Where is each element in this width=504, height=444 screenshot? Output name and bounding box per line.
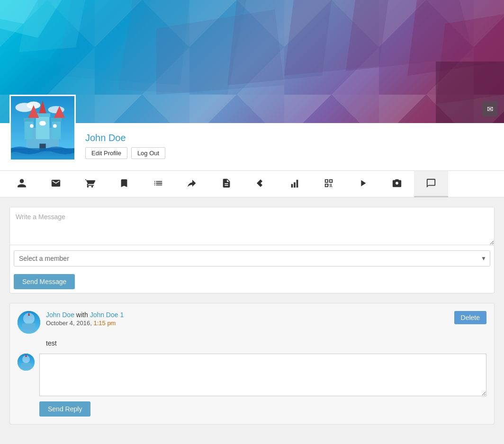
send-message-button[interactable]: Send Message: [14, 274, 75, 289]
thread-date: October 4, 2016,: [46, 320, 92, 327]
edit-profile-button[interactable]: Edit Profile: [85, 147, 127, 159]
nav-bar: [0, 171, 504, 197]
nav-document[interactable]: [209, 171, 243, 197]
svg-rect-24: [51, 118, 62, 122]
member-select-wrapper: Select a member ▼: [14, 250, 490, 266]
delete-button[interactable]: Delete: [454, 311, 486, 324]
thread-message-body: test: [18, 339, 486, 347]
nav-chart[interactable]: [278, 171, 312, 197]
thread-header-left: John Doe with John Doe 1 October 4, 2016…: [18, 311, 124, 334]
nav-bookmark[interactable]: [107, 171, 141, 197]
svg-marker-12: [19, 0, 85, 52]
svg-rect-21: [52, 121, 61, 139]
thread-header: John Doe with John Doe 1 October 4, 2016…: [18, 311, 486, 334]
svg-rect-20: [25, 121, 34, 139]
with-text: with: [76, 311, 90, 319]
thread-message-text: test: [46, 339, 57, 347]
reply-section: Send Reply: [18, 354, 486, 417]
nav-video[interactable]: [346, 171, 380, 197]
svg-rect-36: [22, 323, 36, 333]
nav-qr[interactable]: [312, 171, 346, 197]
send-reply-button[interactable]: Send Reply: [39, 401, 90, 417]
svg-rect-40: [21, 363, 31, 370]
nav-list[interactable]: [141, 171, 175, 197]
member-select[interactable]: Select a member: [14, 250, 490, 266]
message-thread: John Doe with John Doe 1 October 4, 2016…: [9, 303, 495, 425]
compose-form: Select a member ▼ Send Message: [9, 207, 495, 293]
recipient-link[interactable]: John Doe 1: [90, 311, 124, 319]
svg-rect-22: [36, 116, 50, 139]
sender-link[interactable]: John Doe: [46, 311, 74, 319]
svg-rect-30: [30, 124, 34, 128]
compose-textarea[interactable]: [10, 207, 494, 245]
nav-user[interactable]: [5, 171, 39, 197]
profile-section: John Doe Edit Profile Log Out: [0, 123, 504, 171]
nav-mail[interactable]: [39, 171, 73, 197]
banner-mail-icon[interactable]: ✉: [482, 101, 497, 116]
nav-joomla[interactable]: [243, 171, 278, 197]
thread-time: October 4, 2016, 1:15 pm: [46, 320, 124, 327]
svg-rect-32: [39, 121, 45, 126]
nav-chat[interactable]: [414, 171, 448, 197]
reply-avatar: [18, 354, 35, 371]
reply-textarea[interactable]: [39, 354, 486, 396]
profile-name: John Doe: [85, 133, 165, 143]
profile-buttons: Edit Profile Log Out: [85, 147, 165, 159]
reply-box: Send Reply: [39, 354, 486, 417]
main-content: Select a member ▼ Send Message: [0, 197, 504, 434]
svg-rect-31: [53, 124, 57, 128]
thread-meta: John Doe with John Doe 1 October 4, 2016…: [46, 311, 124, 327]
nav-cart[interactable]: [73, 171, 107, 197]
svg-rect-23: [24, 118, 35, 122]
nav-camera[interactable]: [380, 171, 414, 197]
thread-participants: John Doe with John Doe 1: [46, 311, 124, 319]
profile-info: John Doe Edit Profile Log Out: [85, 133, 165, 161]
profile-avatar: [9, 95, 76, 161]
nav-share[interactable]: [175, 171, 209, 197]
thread-time-value: 1:15 pm: [93, 320, 116, 327]
logout-button[interactable]: Log Out: [131, 147, 165, 159]
thread-sender-avatar: [18, 311, 40, 334]
